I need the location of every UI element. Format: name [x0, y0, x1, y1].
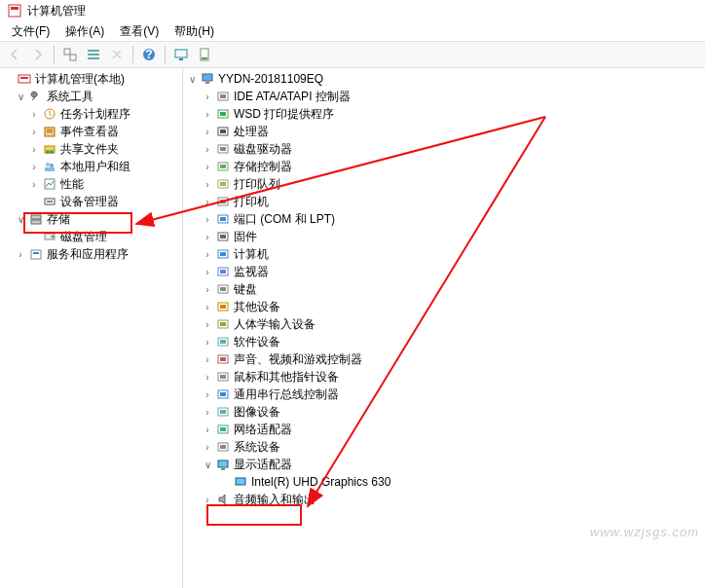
toolbar-delete-button[interactable] — [106, 44, 128, 65]
collapse-icon[interactable]: › — [201, 335, 214, 349]
tree-services-apps[interactable]: › 服务和应用程序 — [0, 245, 182, 263]
category-icon — [215, 159, 231, 174]
device-category[interactable]: ›键盘 — [183, 280, 705, 298]
menu-action[interactable]: 操作(A) — [59, 21, 110, 41]
toolbar-monitor-button[interactable] — [170, 44, 192, 65]
tree-performance[interactable]: › 性能 — [0, 175, 182, 193]
device-category[interactable]: ›网络适配器 — [183, 421, 705, 438]
device-category[interactable]: ›IDE ATA/ATAPI 控制器 — [183, 88, 705, 105]
tree-system-tools[interactable]: ∨ 系统工具 — [0, 88, 182, 105]
collapse-icon[interactable]: › — [201, 247, 214, 261]
collapse-icon[interactable]: › — [201, 423, 214, 436]
menu-file[interactable]: 文件(F) — [6, 21, 56, 41]
menu-help[interactable]: 帮助(H) — [168, 21, 220, 41]
svg-rect-75 — [220, 427, 226, 431]
back-button[interactable] — [4, 44, 25, 65]
device-category[interactable]: ›计算机 — [183, 245, 705, 263]
device-category[interactable]: ›图像设备 — [183, 403, 705, 421]
collapse-icon[interactable]: › — [201, 142, 214, 156]
watermark: www.wzjsgs.com — [590, 525, 699, 539]
device-root[interactable]: ∨ YYDN-20181109EQ — [183, 70, 705, 88]
device-category[interactable]: ›WSD 打印提供程序 — [183, 105, 705, 123]
expand-icon[interactable]: ∨ — [14, 212, 27, 226]
toolbar-scope-button[interactable] — [59, 44, 81, 65]
collapse-icon[interactable]: › — [27, 177, 41, 191]
collapse-icon[interactable]: › — [14, 247, 27, 261]
collapse-icon[interactable]: › — [201, 125, 214, 138]
category-icon — [215, 439, 231, 455]
collapse-icon[interactable]: › — [27, 160, 41, 173]
device-category[interactable]: ›其他设备 — [183, 298, 705, 315]
svg-rect-47 — [220, 182, 226, 186]
device-category[interactable]: ›声音、视频和游戏控制器 — [183, 350, 705, 368]
collapse-icon[interactable]: › — [201, 282, 214, 296]
toolbar: ? — [0, 41, 705, 68]
device-category[interactable]: ›打印队列 — [183, 175, 705, 193]
tree-shared-folders[interactable]: › 共享文件夹 — [0, 140, 182, 158]
svg-point-20 — [46, 150, 50, 154]
toolbar-separator — [54, 46, 55, 63]
category-icon — [215, 246, 231, 262]
collapse-icon[interactable]: › — [201, 440, 214, 454]
svg-rect-69 — [220, 375, 226, 379]
tree-device-manager[interactable]: › 设备管理器 — [0, 193, 182, 210]
device-category[interactable]: ›处理器 — [183, 123, 705, 140]
category-icon — [215, 141, 231, 157]
device-category[interactable]: ›监视器 — [183, 263, 705, 280]
tree-disk-mgmt[interactable]: › 磁盘管理 — [0, 228, 182, 245]
collapse-icon[interactable]: › — [201, 160, 214, 173]
collapse-icon[interactable]: › — [201, 90, 214, 103]
toolbar-doc-button[interactable] — [194, 44, 215, 65]
tree-local-users[interactable]: › 本地用户和组 — [0, 158, 182, 175]
device-category[interactable]: ›人体学输入设备 — [183, 315, 705, 333]
collapse-icon[interactable]: › — [201, 493, 214, 506]
expand-icon[interactable]: ∨ — [185, 72, 199, 86]
collapse-icon[interactable]: › — [201, 317, 214, 331]
device-gpu[interactable]: › Intel(R) UHD Graphics 630 — [183, 473, 705, 491]
device-display-adapters[interactable]: ∨ 显示适配器 — [183, 456, 705, 473]
device-category[interactable]: ›端口 (COM 和 LPT) — [183, 210, 705, 228]
collapse-icon[interactable]: › — [201, 195, 214, 208]
device-category[interactable]: ›磁盘驱动器 — [183, 140, 705, 158]
device-audio-io[interactable]: › 音频输入和输出 — [183, 491, 705, 508]
toolbar-list-button[interactable] — [83, 44, 104, 65]
collapse-icon[interactable]: › — [201, 177, 214, 191]
collapse-icon[interactable]: › — [201, 300, 214, 313]
category-icon — [215, 299, 231, 314]
window-titlebar: 计算机管理 — [0, 0, 705, 21]
device-category[interactable]: ›打印机 — [183, 193, 705, 210]
tree-event-viewer[interactable]: › 事件查看器 — [0, 123, 182, 140]
collapse-icon[interactable]: › — [201, 352, 214, 366]
svg-point-23 — [50, 164, 54, 167]
forward-button[interactable] — [27, 44, 49, 65]
tree-task-scheduler[interactable]: › 任务计划程序 — [0, 105, 182, 123]
device-category[interactable]: ›通用串行总线控制器 — [183, 386, 705, 403]
category-icon — [215, 386, 231, 402]
device-category[interactable]: ›软件设备 — [183, 333, 705, 350]
collapse-icon[interactable]: › — [201, 370, 214, 384]
computer-icon — [200, 71, 215, 87]
expand-icon[interactable]: ∨ — [14, 90, 27, 103]
device-category[interactable]: ›固件 — [183, 228, 705, 245]
svg-rect-14 — [20, 77, 28, 79]
collapse-icon[interactable]: › — [201, 212, 214, 226]
collapse-icon[interactable]: › — [201, 405, 214, 419]
expand-icon[interactable]: ∨ — [201, 458, 214, 471]
device-category[interactable]: ›系统设备 — [183, 438, 705, 456]
device-category[interactable]: ›存储控制器 — [183, 158, 705, 175]
category-icon — [215, 194, 231, 209]
collapse-icon[interactable]: › — [27, 125, 41, 138]
tree-root-computer-mgmt[interactable]: ▸ 计算机管理(本地) — [0, 70, 182, 88]
device-category[interactable]: ›鼠标和其他指针设备 — [183, 368, 705, 386]
toolbar-help-button[interactable]: ? — [138, 44, 160, 65]
collapse-icon[interactable]: › — [201, 230, 214, 243]
collapse-icon[interactable]: › — [201, 387, 214, 401]
collapse-icon[interactable]: › — [27, 142, 41, 156]
menu-view[interactable]: 查看(V) — [114, 21, 165, 41]
collapse-icon[interactable]: › — [27, 107, 41, 121]
collapse-icon[interactable]: › — [201, 265, 214, 278]
tree-storage[interactable]: ∨ 存储 — [0, 210, 182, 228]
collapse-icon[interactable]: › — [201, 107, 214, 121]
svg-rect-10 — [179, 58, 183, 60]
category-icon — [215, 316, 231, 332]
